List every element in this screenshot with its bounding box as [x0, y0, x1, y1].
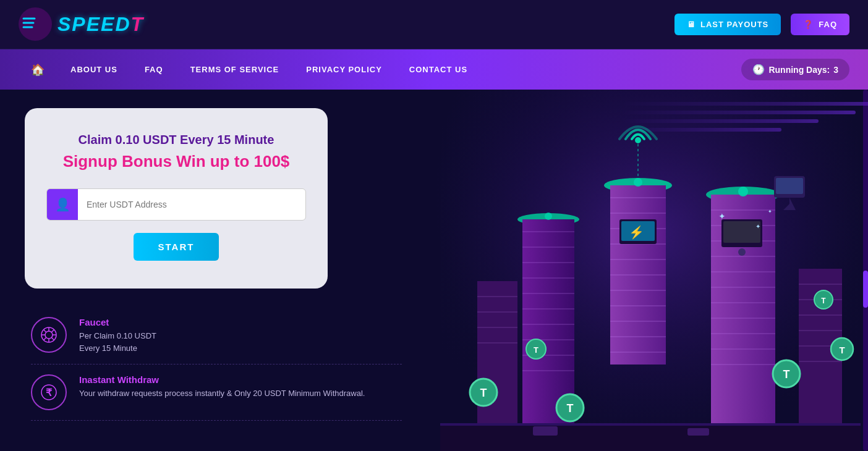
- usdt-input-row: 👤: [46, 188, 306, 221]
- svg-point-5: [45, 331, 53, 339]
- info-items: Faucet Per Claim 0.10 USDTEvery 15 Minut…: [25, 307, 408, 421]
- svg-text:T: T: [839, 345, 845, 355]
- nav-links: 🏠 ABOUT US FAQ TERMS OF SERVICE PRIVACY …: [19, 49, 481, 90]
- svg-point-17: [635, 137, 641, 143]
- nav-item-faq[interactable]: FAQ: [131, 49, 177, 90]
- svg-text:⚡: ⚡: [629, 225, 644, 240]
- claim-title-2: Signup Bonus Win up to 100$: [46, 152, 306, 171]
- faucet-text: Faucet Per Claim 0.10 USDTEvery 15 Minut…: [79, 317, 156, 354]
- logo-accent: T: [130, 13, 144, 35]
- svg-text:T: T: [567, 402, 574, 415]
- svg-rect-98: [687, 428, 709, 436]
- main-content: Claim 0.10 USDT Every 15 Minute Signup B…: [0, 90, 868, 451]
- faucet-info-item: Faucet Per Claim 0.10 USDTEvery 15 Minut…: [31, 307, 402, 365]
- scrollbar-thumb[interactable]: [863, 271, 868, 308]
- svg-rect-96: [776, 178, 803, 194]
- faucet-desc: Per Claim 0.10 USDTEvery 15 Minute: [79, 330, 156, 354]
- nav-item-terms[interactable]: TERMS OF SERVICE: [177, 49, 293, 90]
- svg-point-62: [738, 248, 746, 256]
- header-actions: 🖥 LAST PAYOUTS ❓ FAQ: [674, 14, 849, 35]
- faucet-title: Faucet: [79, 317, 156, 327]
- svg-rect-79: [440, 423, 861, 426]
- scrollbar[interactable]: [863, 90, 868, 451]
- buildings-illustration: ⚡: [433, 90, 868, 451]
- right-panel: ⚡: [433, 90, 868, 451]
- clock-icon: 🕐: [752, 64, 765, 75]
- svg-text:✦: ✦: [718, 211, 726, 221]
- svg-text:₹: ₹: [46, 387, 53, 398]
- last-payouts-button[interactable]: 🖥 LAST PAYOUTS: [674, 14, 781, 35]
- svg-text:✦: ✦: [755, 223, 760, 230]
- withdraw-icon: ₹: [31, 374, 67, 410]
- claim-card: Claim 0.10 USDT Every 15 Minute Signup B…: [25, 108, 328, 289]
- logo-icon: [19, 7, 53, 41]
- svg-rect-78: [440, 423, 861, 451]
- withdraw-info-item: ₹ Inastant Withdraw Your withdraw reques…: [31, 365, 402, 421]
- svg-point-0: [19, 7, 52, 41]
- nav-home-icon[interactable]: 🏠: [19, 63, 57, 77]
- svg-text:T: T: [534, 345, 538, 355]
- svg-line-11: [52, 338, 54, 340]
- nav-item-privacy[interactable]: PRIVACY POLICY: [292, 49, 396, 90]
- nav-item-contact[interactable]: CONTACT US: [396, 49, 481, 90]
- svg-point-94: [545, 213, 552, 220]
- running-days-label: Running Days:: [768, 65, 830, 75]
- left-panel: Claim 0.10 USDT Every 15 Minute Signup B…: [0, 90, 433, 451]
- logo-area: SPEEDT: [19, 7, 144, 41]
- withdraw-text: Inastant Withdraw Your withdraw requests…: [79, 374, 365, 400]
- faq-button[interactable]: ❓ FAQ: [791, 14, 849, 35]
- svg-point-92: [738, 187, 748, 196]
- claim-title-1: Claim 0.10 USDT Every 15 Minute: [46, 133, 306, 147]
- user-icon: 👤: [47, 189, 78, 220]
- question-icon: ❓: [803, 20, 814, 29]
- svg-text:T: T: [480, 387, 487, 399]
- svg-text:✦: ✦: [768, 209, 772, 214]
- svg-text:T: T: [783, 368, 790, 381]
- navbar: 🏠 ABOUT US FAQ TERMS OF SERVICE PRIVACY …: [0, 49, 868, 90]
- withdraw-title: Inastant Withdraw: [79, 374, 365, 385]
- running-days-value: 3: [833, 65, 838, 75]
- svg-line-12: [52, 330, 54, 332]
- running-days: 🕐 Running Days: 3: [741, 59, 849, 80]
- svg-point-93: [634, 178, 642, 187]
- withdraw-desc: Your withdraw requests process instantly…: [79, 387, 365, 400]
- usdt-address-input[interactable]: [78, 192, 305, 217]
- svg-line-13: [44, 338, 46, 340]
- svg-rect-36: [522, 219, 574, 423]
- last-payouts-label: LAST PAYOUTS: [700, 20, 768, 29]
- faucet-icon: [31, 317, 67, 353]
- monitor-icon: 🖥: [687, 20, 696, 29]
- faq-label: FAQ: [819, 20, 837, 29]
- svg-rect-97: [533, 426, 558, 436]
- logo-text: SPEEDT: [57, 13, 144, 36]
- nav-item-about[interactable]: ABOUT US: [57, 49, 131, 90]
- svg-rect-61: [723, 221, 760, 243]
- header: SPEEDT 🖥 LAST PAYOUTS ❓ FAQ: [0, 0, 868, 49]
- svg-line-10: [44, 330, 46, 332]
- svg-text:T: T: [821, 297, 826, 305]
- start-button[interactable]: START: [134, 233, 219, 261]
